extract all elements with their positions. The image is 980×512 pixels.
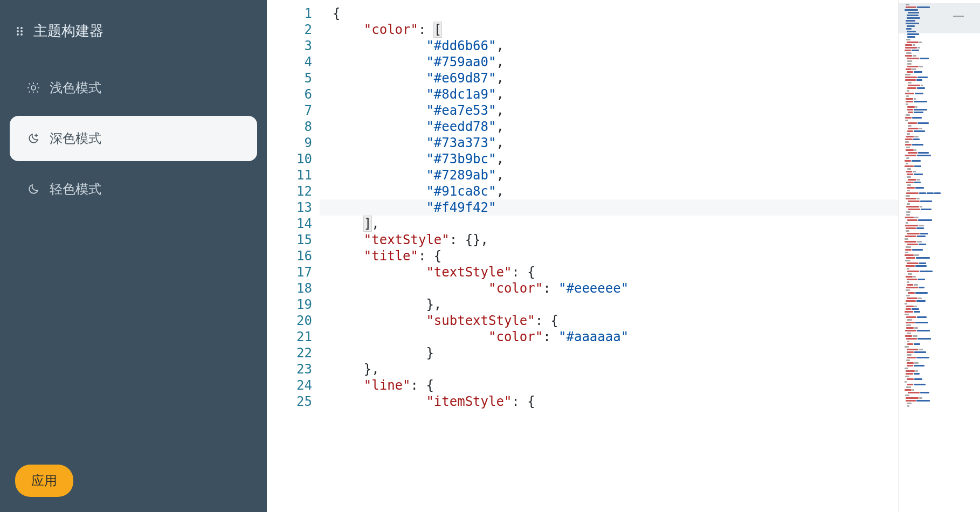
moon-icon <box>27 183 40 196</box>
minimap[interactable] <box>898 0 980 512</box>
line-number: 10 <box>272 151 312 167</box>
line-number: 19 <box>272 296 312 313</box>
line-number: 12 <box>272 183 312 199</box>
sidebar-item-label: 深色模式 <box>50 130 101 147</box>
line-number: 11 <box>272 167 312 183</box>
sidebar-item-dark[interactable]: 深色模式 <box>10 116 257 161</box>
line-number: 25 <box>272 393 312 410</box>
svg-point-3 <box>20 30 23 32</box>
line-number: 23 <box>272 361 312 377</box>
sidebar: 主题构建器 浅色模式 深色模式 轻色模式 应用 <box>0 0 267 512</box>
code-line[interactable]: "color": "#aaaaaa" <box>320 329 898 345</box>
editor-window-controls <box>953 12 964 20</box>
apply-button[interactable]: 应用 <box>15 465 73 497</box>
minimap-viewport[interactable] <box>899 3 980 33</box>
moon-plus-icon <box>27 132 40 145</box>
line-number: 7 <box>272 102 312 119</box>
svg-point-1 <box>20 27 23 29</box>
line-number: 6 <box>272 86 312 102</box>
svg-point-5 <box>20 33 23 36</box>
svg-point-0 <box>17 27 19 29</box>
code-line[interactable]: "color": "#eeeeee" <box>320 280 898 296</box>
line-number: 13 <box>272 199 312 216</box>
code-content[interactable]: { "color": [ "#dd6b66", "#759aa0", "#e69… <box>320 0 898 512</box>
svg-line-14 <box>29 91 30 92</box>
svg-point-2 <box>17 30 19 32</box>
line-number: 20 <box>272 313 312 329</box>
minimize-icon[interactable] <box>953 12 964 20</box>
line-number: 14 <box>272 216 312 232</box>
code-editor[interactable]: 1234567891011121314151617181920212223242… <box>267 0 898 512</box>
line-number: 2 <box>272 22 312 38</box>
line-number: 9 <box>272 135 312 151</box>
svg-line-11 <box>29 84 30 85</box>
code-line[interactable]: "color": [ <box>320 22 898 38</box>
sidebar-item-soft[interactable]: 轻色模式 <box>10 167 257 212</box>
code-line[interactable]: "#91ca8c", <box>320 183 898 199</box>
svg-line-13 <box>37 84 38 85</box>
line-number: 3 <box>272 38 312 54</box>
svg-point-6 <box>31 86 36 90</box>
sidebar-item-light[interactable]: 浅色模式 <box>10 65 257 110</box>
code-line[interactable]: "#8dc1a9", <box>320 86 898 102</box>
code-line[interactable]: { <box>320 5 898 22</box>
line-number: 18 <box>272 280 312 296</box>
sun-icon <box>27 81 40 94</box>
code-line[interactable]: "#7289ab", <box>320 167 898 183</box>
code-line[interactable]: "#73b9bc", <box>320 151 898 167</box>
code-line[interactable]: "#eedd78", <box>320 119 898 135</box>
code-line[interactable]: "#ea7e53", <box>320 102 898 119</box>
line-number-gutter: 1234567891011121314151617181920212223242… <box>267 0 320 512</box>
code-line[interactable]: "textStyle": { <box>320 264 898 280</box>
line-number: 16 <box>272 248 312 264</box>
code-line[interactable]: } <box>320 345 898 361</box>
code-line[interactable]: }, <box>320 296 898 313</box>
line-number: 4 <box>272 54 312 70</box>
code-line[interactable]: "subtextStyle": { <box>320 313 898 329</box>
editor-pane: 1234567891011121314151617181920212223242… <box>267 0 980 512</box>
code-line[interactable]: "title": { <box>320 248 898 264</box>
line-number: 1 <box>272 5 312 22</box>
sidebar-title: 主题构建器 <box>33 22 103 40</box>
code-line[interactable]: "#f49f42" <box>320 199 898 216</box>
sidebar-item-label: 轻色模式 <box>50 181 101 198</box>
svg-point-4 <box>17 33 19 36</box>
code-line[interactable]: "#73a373", <box>320 135 898 151</box>
code-line[interactable]: "line": { <box>320 377 898 393</box>
sidebar-menu: 浅色模式 深色模式 轻色模式 <box>10 65 257 212</box>
code-line[interactable]: "#dd6b66", <box>320 38 898 54</box>
line-number: 15 <box>272 232 312 248</box>
sidebar-header: 主题构建器 <box>10 11 257 60</box>
code-line[interactable]: "#e69d87", <box>320 70 898 86</box>
sidebar-item-label: 浅色模式 <box>50 79 101 96</box>
code-line[interactable]: "itemStyle": { <box>320 393 898 410</box>
code-line[interactable]: ], <box>320 216 898 232</box>
line-number: 17 <box>272 264 312 280</box>
line-number: 5 <box>272 70 312 86</box>
code-line[interactable]: }, <box>320 361 898 377</box>
grip-icon <box>14 25 27 38</box>
line-number: 8 <box>272 119 312 135</box>
code-line[interactable]: "textStyle": {}, <box>320 232 898 248</box>
code-line[interactable]: "#759aa0", <box>320 54 898 70</box>
line-number: 21 <box>272 329 312 345</box>
line-number: 24 <box>272 377 312 393</box>
svg-line-12 <box>37 91 38 92</box>
line-number: 22 <box>272 345 312 361</box>
